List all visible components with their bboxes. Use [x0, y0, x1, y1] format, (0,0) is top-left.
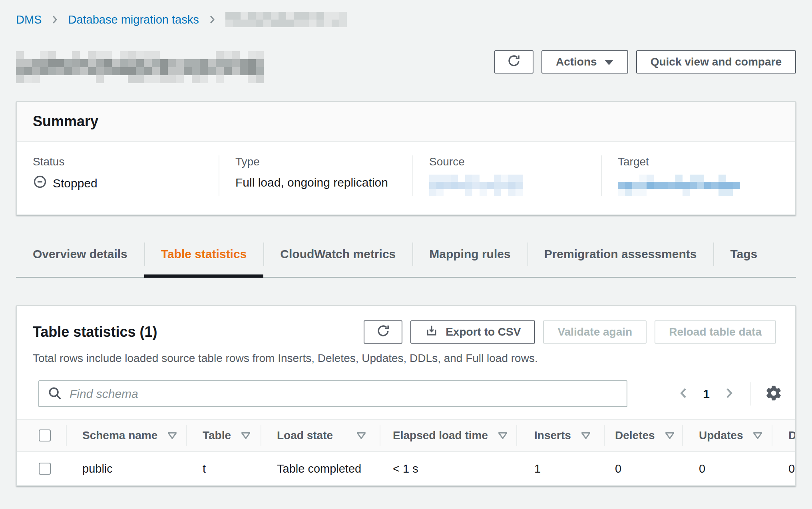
- chevron-right-icon: [49, 14, 61, 26]
- next-page-button[interactable]: [718, 383, 740, 405]
- column-header-table[interactable]: Table: [186, 420, 261, 451]
- cell-deletes: 0: [604, 452, 682, 485]
- tab-table-statistics[interactable]: Table statistics: [144, 231, 264, 277]
- breadcrumb-current-redacted: [225, 12, 347, 27]
- tab-cloudwatch-metrics[interactable]: CloudWatch metrics: [263, 231, 412, 277]
- validate-again-label: Validate again: [557, 326, 632, 338]
- page-title-redacted: [16, 51, 264, 83]
- refresh-icon: [506, 53, 521, 71]
- table-settings-button[interactable]: [762, 383, 786, 405]
- tab-overview-details[interactable]: Overview details: [16, 231, 144, 277]
- status-value-text: Stopped: [53, 177, 98, 190]
- refresh-button[interactable]: [494, 50, 533, 74]
- header-actions: Actions Quick view and compare: [494, 50, 796, 74]
- sort-icon: [581, 431, 591, 439]
- breadcrumb-link-tasks[interactable]: Database migration tasks: [68, 13, 199, 26]
- actions-button-label: Actions: [556, 56, 597, 68]
- pagination: 1: [673, 382, 786, 406]
- stopped-circle-minus-icon: [33, 175, 47, 192]
- status-value: Stopped: [33, 175, 203, 192]
- table-statistics-title: Table statistics (1): [33, 324, 364, 340]
- sort-icon: [356, 431, 366, 439]
- table-statistics-actions: Export to CSV Validate again Reload tabl…: [364, 320, 776, 344]
- column-header-deletes[interactable]: Deletes: [604, 420, 682, 451]
- caret-down-icon: [604, 56, 614, 68]
- export-to-csv-label: Export to CSV: [446, 326, 521, 338]
- schema-search: [38, 380, 627, 407]
- summary-title: Summary: [33, 113, 779, 130]
- target-label: Target: [618, 155, 779, 168]
- task-detail-tabs: Overview details Table statistics CloudW…: [16, 231, 796, 278]
- quick-view-compare-button[interactable]: Quick view and compare: [636, 50, 796, 74]
- summary-field-source: Source: [412, 155, 601, 196]
- column-header-elapsed-load-time[interactable]: Elapsed load time: [380, 420, 516, 451]
- select-all-checkbox[interactable]: [39, 429, 51, 441]
- actions-button[interactable]: Actions: [541, 50, 628, 74]
- page-number[interactable]: 1: [698, 387, 714, 401]
- summary-fields: Status Stopped Type Full load, ongoing r…: [17, 142, 795, 215]
- chevron-right-icon: [721, 385, 737, 402]
- refresh-table-button[interactable]: [364, 320, 402, 344]
- table-header-row: Schema name Table Load state Elapsed loa…: [17, 419, 795, 452]
- validate-again-button[interactable]: Validate again: [543, 320, 647, 344]
- sort-icon: [241, 431, 251, 439]
- summary-panel: Summary Status Stopped Type Full load, o…: [16, 101, 796, 215]
- column-header-updates[interactable]: Updates: [682, 420, 772, 451]
- row-checkbox[interactable]: [39, 463, 51, 475]
- gear-icon: [765, 384, 782, 403]
- tab-mapping-rules[interactable]: Mapping rules: [412, 231, 527, 277]
- breadcrumb-link-dms[interactable]: DMS: [16, 13, 42, 26]
- find-schema-input[interactable]: [38, 380, 627, 407]
- cell-table: t: [186, 452, 261, 485]
- sort-icon: [752, 431, 763, 439]
- download-icon: [425, 324, 438, 340]
- row-select-cell: [17, 452, 66, 485]
- quick-view-compare-label: Quick view and compare: [651, 56, 782, 68]
- reload-table-data-label: Reload table data: [669, 326, 762, 338]
- cell-updates: 0: [682, 452, 772, 485]
- refresh-icon: [376, 323, 391, 341]
- column-header-inserts[interactable]: Inserts: [516, 420, 604, 451]
- cell-ddls-clipped: 0: [772, 452, 795, 485]
- export-to-csv-button[interactable]: Export to CSV: [410, 320, 535, 344]
- table-row: public t Table completed < 1 s 1 0 0 0: [17, 452, 795, 485]
- summary-panel-header: Summary: [17, 102, 795, 142]
- cell-schema-name: public: [66, 452, 186, 485]
- target-link-redacted[interactable]: [618, 175, 740, 196]
- table-statistics-description: Total rows include loaded source table r…: [17, 352, 795, 365]
- chevron-left-icon: [676, 385, 692, 402]
- cell-inserts: 1: [516, 452, 604, 485]
- type-value: Full load, ongoing replication: [235, 175, 396, 191]
- reload-table-data-button[interactable]: Reload table data: [655, 320, 776, 344]
- summary-field-target: Target: [601, 155, 795, 196]
- sort-icon: [665, 431, 675, 439]
- summary-field-status: Status Stopped: [17, 155, 219, 196]
- source-label: Source: [429, 155, 585, 168]
- table-toolbar: 1: [17, 380, 795, 407]
- column-header-schema-name[interactable]: Schema name: [66, 420, 186, 451]
- dms-task-page: DMS Database migration tasks Actions: [0, 11, 812, 509]
- statistics-table: Schema name Table Load state Elapsed loa…: [17, 419, 795, 485]
- type-label: Type: [235, 155, 396, 168]
- select-all-cell: [17, 420, 66, 451]
- sort-icon: [167, 431, 177, 439]
- table-statistics-panel: Table statistics (1) Export to: [16, 305, 796, 486]
- status-label: Status: [33, 155, 203, 168]
- column-header-load-state[interactable]: Load state: [261, 420, 380, 451]
- previous-page-button[interactable]: [673, 383, 695, 405]
- cell-load-state: Table completed: [261, 452, 380, 485]
- column-header-ddls-clipped[interactable]: D: [772, 420, 795, 451]
- cell-elapsed-load-time: < 1 s: [380, 452, 516, 485]
- table-statistics-header: Table statistics (1) Export to: [17, 320, 795, 344]
- tab-premigration-assessments[interactable]: Premigration assessments: [527, 231, 714, 277]
- page-header: Actions Quick view and compare: [16, 50, 796, 83]
- chevron-right-icon: [206, 14, 218, 26]
- divider: [750, 382, 751, 406]
- sort-icon: [498, 431, 508, 439]
- summary-field-type: Type Full load, ongoing replication: [219, 155, 412, 196]
- breadcrumb: DMS Database migration tasks: [16, 11, 796, 28]
- tab-tags[interactable]: Tags: [713, 231, 774, 277]
- source-link-redacted[interactable]: [429, 175, 523, 196]
